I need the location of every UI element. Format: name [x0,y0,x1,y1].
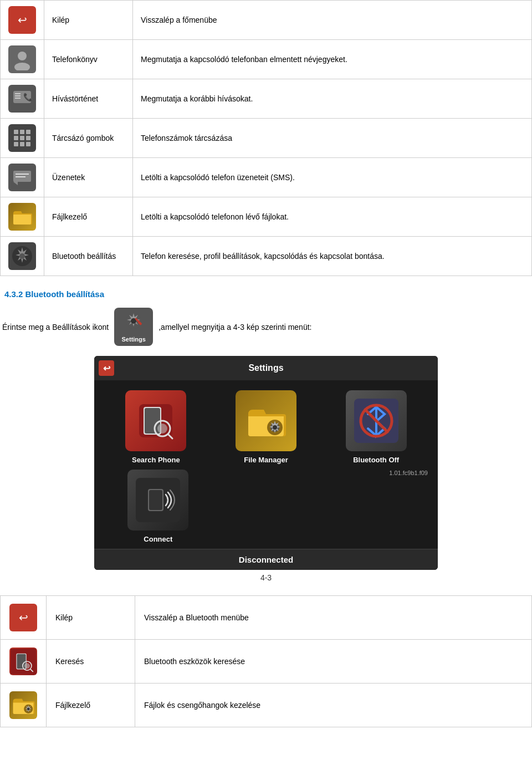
kereses-label: Keresés [47,640,135,684]
table-row: ↩ Kilép Visszalép a főmenübe [1,1,532,40]
svg-point-1 [14,63,30,70]
search-phone-label: Search Phone [132,456,180,464]
uzenetek-label: Üzenetek [44,158,133,197]
fajlkezelo-label: Fájlkezelő [44,197,133,237]
table-row: Tárcsázó gombok Telefonszámok tárcsázása [1,119,532,158]
connect-item[interactable]: Connect [104,470,212,543]
telefonkonyv-desc: Megmutatja a kapcsolódó telefonban elmen… [133,40,532,79]
svg-rect-3 [15,93,21,94]
svg-rect-4 [15,95,21,96]
svg-rect-18 [16,176,25,177]
kilep2-label: Kilép [47,596,135,640]
bluetooth-settings-desc: Telefon keresése, profil beállítások, ka… [133,237,532,276]
version-container: 1.01.fc9b1.f09 [212,470,428,478]
dialpad-icon-svg [11,127,33,149]
file-manager-icon [236,390,296,451]
svg-rect-9 [26,130,30,134]
kilep2-desc: Visszalép a Bluetooth menübe [135,596,532,640]
table-row: Telefonkönyv Megmutatja a kapcsolódó tel… [1,40,532,79]
section-heading: 4.3.2 Bluetooth beállítása [0,289,532,299]
svg-point-47 [27,708,30,711]
touch-text-after: ,amellyel megnyitja a 4-3 kép szerinti m… [158,323,311,332]
connect-label: Connect [144,535,172,543]
messages-icon-svg [11,166,33,188]
connect-icon [127,470,188,531]
kilep-icon: ↩ [8,6,36,34]
kilep2-icon: ↩ [9,604,37,631]
kilep-desc: Visszalép a főmenübe [133,1,532,40]
svg-rect-39 [149,490,162,510]
disconnected-status: Disconnected [94,549,438,570]
svg-text:📞: 📞 [23,93,33,102]
table-row: Bluetooth beállítás Telefon keresése, pr… [1,237,532,276]
settings-gear-icon [124,311,144,335]
tarcsazo-desc: Telefonszámok tárcsázása [133,119,532,158]
svg-point-33 [273,425,277,430]
settings-btn-label: Settings [122,336,146,343]
settings-icon-svg [10,244,34,268]
settings-grid: Search Phone File Manager [94,380,438,470]
hivastortenet-label: Hívástörténet [44,79,133,119]
main-feature-table: ↩ Kilép Visszalép a főmenübe Telefonköny… [0,0,532,276]
settings-bottom: Connect 1.01.fc9b1.f09 [94,470,438,549]
settings-screen: ↩ Settings Search Phone [94,356,438,570]
fajlkezelo-icon [8,203,36,231]
table-row: Fájlkezelő Fájlok és csengőhangok kezelé… [1,684,532,727]
tarcsazo-icon [8,124,36,152]
hivastortenet-desc: Megmutatja a korábbi hívásokat. [133,79,532,119]
svg-point-29 [157,424,167,434]
svg-point-20 [19,253,25,259]
svg-rect-8 [20,130,24,134]
svg-rect-12 [26,136,30,140]
table-row: 📞 Hívástörténet Megmutatja a korábbi hív… [1,79,532,119]
fajlkezelo2-desc: Fájlok és csengőhangok kezelése [135,684,532,727]
table-row: Üzenetek Letölti a kapcsolódó telefon üz… [1,158,532,197]
table-row: ↩ Kilép Visszalép a Bluetooth menübe [1,596,532,640]
svg-rect-14 [20,142,24,146]
table-row: Fájlkezelő Letölti a kapcsolódó telefono… [1,197,532,237]
figure-label: 4-3 [0,573,532,582]
table-row: Keresés Bluetooth eszközök keresése [1,640,532,684]
fajlkezelo2-icon [9,691,37,719]
folder-icon-svg [11,206,33,228]
uzenetek-desc: Letölti a kapcsolódó telefon üzeneteit (… [133,158,532,197]
fajlkezelo2-label: Fájlkezelő [47,684,135,727]
search-phone-icon [125,390,186,451]
bluetooth-off-item[interactable]: Bluetooth Off [324,390,428,464]
svg-rect-5 [15,98,21,99]
bluetooth-settings-label: Bluetooth beállítás [44,237,133,276]
settings-screen-title: Settings [119,363,413,373]
kereses-desc: Bluetooth eszközök keresése [135,640,532,684]
svg-rect-13 [14,142,18,146]
search-phone-item[interactable]: Search Phone [104,390,208,464]
file-manager-label: File Manager [244,456,288,464]
hivastortenet-icon: 📞 [8,85,36,113]
tarcsazo-label: Tárcsázó gombok [44,119,133,158]
svg-rect-10 [14,136,18,140]
version-text: 1.01.fc9b1.f09 [389,470,428,476]
settings-title-bar: ↩ Settings [94,356,438,380]
uzenetek-icon [8,164,36,191]
back-button-screen[interactable]: ↩ [99,360,114,376]
svg-rect-15 [26,142,30,146]
kilep-label: Kilép [44,1,133,40]
touch-text-before: Érintse meg a Beállítások ikont [2,323,109,332]
svg-point-44 [24,663,30,669]
svg-point-0 [18,52,27,60]
telefonkonyv-icon [8,45,36,73]
call-history-icon-svg: 📞 [11,88,33,110]
bluetooth-off-label: Bluetooth Off [353,456,399,464]
svg-rect-7 [14,130,18,134]
telefonkonyv-label: Telefonkönyv [44,40,133,79]
settings-icon-button[interactable]: Settings [114,308,153,346]
bottom-feature-table: ↩ Kilép Visszalép a Bluetooth menübe [0,595,532,727]
fajlkezelo-desc: Letölti a kapcsolódó telefonon lévő fájl… [133,197,532,237]
touch-description: Érintse meg a Beállítások ikont Settings… [0,308,532,346]
bluetooth-settings-icon [8,242,36,270]
contact-icon-svg [11,48,33,70]
file-manager-item[interactable]: File Manager [214,390,318,464]
svg-rect-11 [20,136,24,140]
svg-rect-17 [16,174,29,175]
bluetooth-off-icon [346,390,407,451]
kereses-icon [9,647,37,675]
